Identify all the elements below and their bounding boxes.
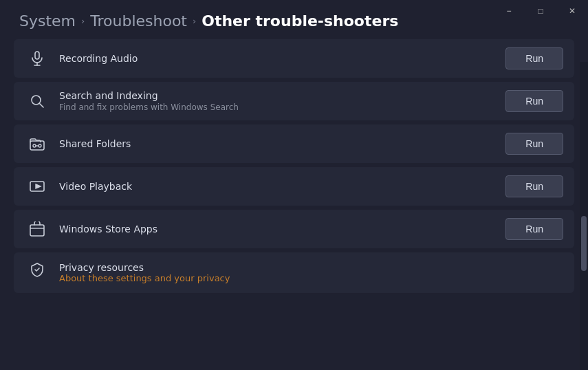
svg-rect-0 <box>35 52 39 59</box>
scrollbar[interactable] <box>580 62 588 370</box>
content-area: Recording Audio Run Search and Indexing … <box>0 39 588 347</box>
privacy-resources-row: Privacy resources About these settings a… <box>14 252 574 293</box>
privacy-link[interactable]: About these settings and your privacy <box>59 273 563 283</box>
search-icon <box>25 94 50 109</box>
svg-marker-10 <box>36 184 41 188</box>
recording-audio-info: Recording Audio <box>59 53 505 64</box>
close-button[interactable]: ✕ <box>556 0 588 22</box>
windows-store-apps-info: Windows Store Apps <box>59 224 505 235</box>
breadcrumb-sep-1: › <box>81 16 85 26</box>
privacy-title: Privacy resources <box>59 262 563 273</box>
search-indexing-desc: Find and fix problems with Windows Searc… <box>59 102 505 112</box>
windows-store-apps-run-button[interactable]: Run <box>505 218 563 240</box>
video-playback-icon <box>25 179 50 194</box>
video-playback-title: Video Playback <box>59 181 505 192</box>
privacy-info: Privacy resources About these settings a… <box>59 262 563 283</box>
windows-store-apps-title: Windows Store Apps <box>59 224 505 235</box>
shared-folders-info: Shared Folders <box>59 138 505 149</box>
svg-point-6 <box>33 144 36 147</box>
svg-point-7 <box>39 144 41 147</box>
recording-audio-run-button[interactable]: Run <box>505 47 563 69</box>
list-item-video-playback: Video Playback Run <box>14 167 574 206</box>
list-item-search-indexing: Search and Indexing Find and fix problem… <box>14 82 574 120</box>
breadcrumb-system[interactable]: System <box>19 12 76 30</box>
search-indexing-info: Search and Indexing Find and fix problem… <box>59 90 505 112</box>
search-indexing-title: Search and Indexing <box>59 90 505 101</box>
maximize-button[interactable]: □ <box>525 0 556 22</box>
list-item-recording-audio: Recording Audio Run <box>14 39 574 78</box>
list-item-windows-store-apps: Windows Store Apps Run <box>14 210 574 248</box>
recording-audio-title: Recording Audio <box>59 53 505 64</box>
search-indexing-run-button[interactable]: Run <box>505 90 563 112</box>
scrollbar-thumb[interactable] <box>581 216 587 271</box>
svg-line-4 <box>40 104 44 108</box>
svg-rect-11 <box>30 225 44 236</box>
shared-folders-run-button[interactable]: Run <box>505 133 563 155</box>
video-playback-info: Video Playback <box>59 181 505 192</box>
microphone-icon <box>25 51 50 66</box>
shared-folders-title: Shared Folders <box>59 138 505 149</box>
minimize-button[interactable]: − <box>493 0 525 22</box>
page-title: Other trouble-shooters <box>202 12 398 30</box>
titlebar: − □ ✕ <box>493 0 588 22</box>
list-item-shared-folders: Shared Folders Run <box>14 124 574 163</box>
windows-store-icon <box>25 221 50 237</box>
shared-folders-icon <box>25 136 50 151</box>
privacy-icon <box>25 262 50 277</box>
breadcrumb-troubleshoot[interactable]: Troubleshoot <box>90 12 187 30</box>
video-playback-run-button[interactable]: Run <box>505 175 563 197</box>
breadcrumb-sep-2: › <box>193 16 196 26</box>
